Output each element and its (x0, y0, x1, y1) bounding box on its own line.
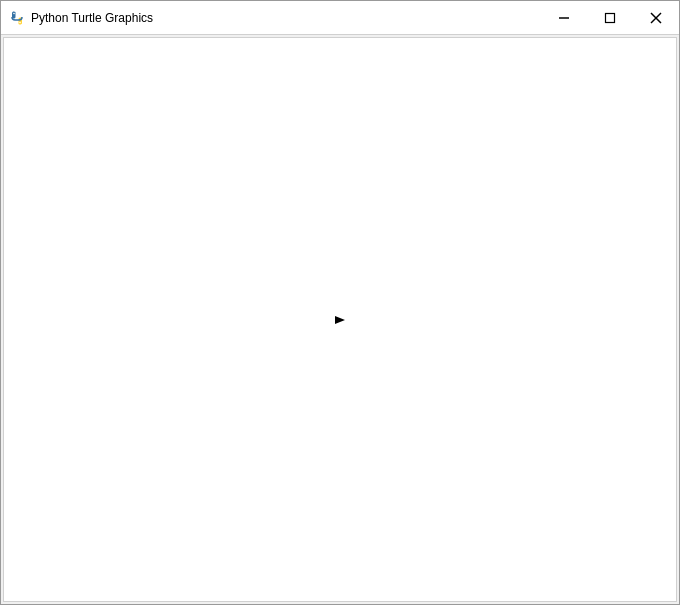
close-button[interactable] (633, 1, 679, 35)
minimize-button[interactable] (541, 1, 587, 35)
title-bar: Python Turtle Graphics (1, 1, 679, 35)
main-window: Python Turtle Graphics (0, 0, 680, 605)
window-title: Python Turtle Graphics (31, 11, 153, 25)
maximize-button[interactable] (587, 1, 633, 35)
svg-point-0 (13, 12, 15, 14)
turtle-icon (9, 10, 25, 26)
svg-marker-6 (335, 316, 345, 324)
svg-point-1 (19, 21, 21, 23)
title-bar-left: Python Turtle Graphics (9, 10, 153, 26)
turtle-canvas (3, 37, 677, 602)
title-bar-controls (541, 1, 679, 34)
turtle-cursor (334, 314, 346, 326)
svg-rect-3 (606, 13, 615, 22)
